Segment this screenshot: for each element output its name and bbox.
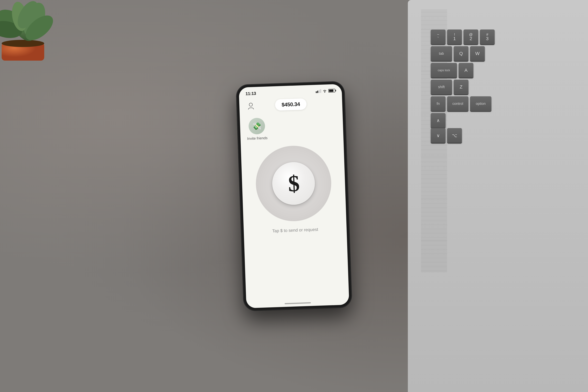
keyboard: ~ ` ! 1 @ 2 # 3 tab Q <box>431 16 583 143</box>
key-q[interactable]: Q <box>454 46 469 61</box>
dollar-button[interactable]: $ <box>272 161 316 206</box>
status-icons <box>316 88 335 93</box>
battery-icon <box>328 88 335 92</box>
phone-screen: 11:13 <box>239 84 349 308</box>
signal-icon <box>316 89 321 93</box>
key-fn[interactable]: fn <box>431 96 446 111</box>
key-up-arrow[interactable]: ∧ <box>431 113 446 128</box>
key-z[interactable]: Z <box>454 80 469 94</box>
laptop: // Will populate via JS below ~ ` ! 1 @ … <box>408 0 588 392</box>
key-w[interactable]: W <box>470 46 485 61</box>
plant-decoration <box>0 0 72 72</box>
key-down-arrow[interactable]: ∨ <box>431 128 446 143</box>
key-shift[interactable]: shift <box>431 80 452 94</box>
svg-point-2 <box>2 40 44 47</box>
key-backtick[interactable]: ~ ` <box>431 30 446 44</box>
outer-circle: $ <box>255 144 333 222</box>
key-right-arrow[interactable]: ⌥ <box>447 128 462 143</box>
dollar-sign: $ <box>288 172 299 195</box>
key-3[interactable]: # 3 <box>480 30 495 44</box>
balance-amount: $450.34 <box>282 101 300 108</box>
key-control[interactable]: control <box>447 96 469 111</box>
key-option[interactable]: option <box>470 96 491 111</box>
balance-badge[interactable]: $450.34 <box>275 98 307 111</box>
svg-point-10 <box>324 92 325 92</box>
tap-hint: Tap $ to send or request <box>266 226 325 234</box>
wifi-icon <box>322 89 327 93</box>
key-1[interactable]: ! 1 <box>447 30 462 44</box>
home-indicator <box>285 302 311 304</box>
header-spacer <box>326 103 336 103</box>
key-a[interactable]: A <box>459 63 473 78</box>
invite-section: 💸 Invite friends <box>240 112 344 144</box>
key-2[interactable]: @ 2 <box>464 30 478 44</box>
phone-device: 11:13 <box>236 81 352 311</box>
key-tab[interactable]: tab <box>431 46 452 61</box>
invite-label: Invite friends <box>247 136 268 141</box>
svg-point-11 <box>249 103 253 106</box>
dollar-area: $ Tap $ to send or request <box>241 141 347 238</box>
invite-item[interactable]: 💸 Invite friends <box>246 118 267 141</box>
status-time: 11:13 <box>245 91 256 96</box>
key-capslock[interactable]: caps lock <box>431 63 457 78</box>
invite-avatar: 💸 <box>248 118 265 134</box>
profile-icon[interactable] <box>246 101 256 111</box>
